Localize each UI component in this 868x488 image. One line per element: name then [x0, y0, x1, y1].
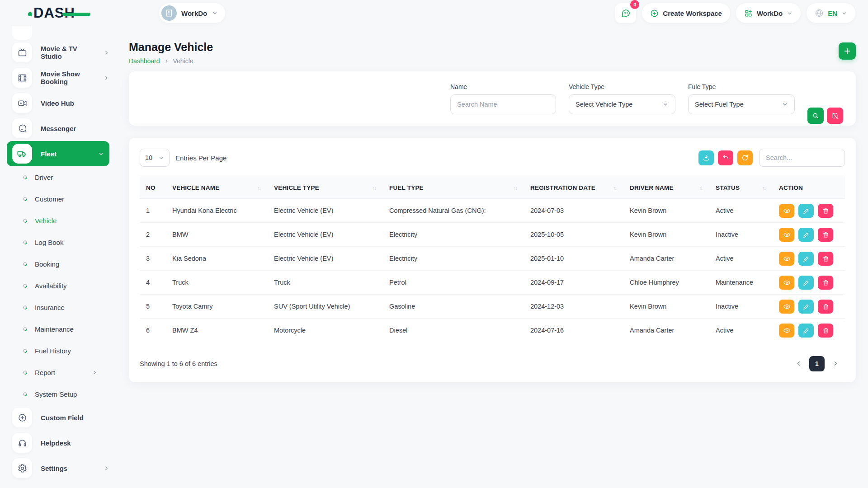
messages-badge: 0	[630, 0, 639, 9]
undo-button[interactable]	[718, 150, 733, 165]
language-selector[interactable]: EN	[807, 3, 855, 23]
header-status[interactable]: STATUS↑↓	[710, 177, 774, 199]
header-registration-date[interactable]: REGISTRATION DATE↑↓	[525, 177, 624, 199]
reset-filter-button[interactable]	[827, 108, 843, 124]
sidebar-item-log-book[interactable]: Log Book	[7, 231, 116, 253]
fuel-type-select[interactable]: Select Fuel Type	[688, 94, 795, 114]
edit-button[interactable]	[798, 300, 814, 314]
header-vehicle-type[interactable]: VEHICLE TYPE↑↓	[269, 177, 384, 199]
delete-button[interactable]	[818, 204, 833, 218]
edit-button[interactable]	[798, 252, 814, 266]
cell-action	[774, 199, 845, 223]
messages-button[interactable]: 0	[615, 3, 636, 23]
chevron-down-icon	[787, 10, 793, 16]
sidebar-item-partial[interactable]	[12, 26, 32, 40]
edit-button[interactable]	[798, 276, 814, 290]
sidebar-item-settings[interactable]: Settings	[7, 455, 116, 481]
view-button[interactable]	[779, 324, 794, 338]
sort-icon[interactable]: ↑↓	[373, 185, 378, 191]
delete-button[interactable]	[818, 228, 833, 242]
chevron-down-icon	[212, 10, 218, 16]
cell-registration-date: 2025-10-05	[525, 223, 624, 247]
sidebar-item-fleet[interactable]: Fleet	[7, 141, 109, 166]
sidebar-item-movie-show-booking[interactable]: Movie Show Booking	[7, 65, 116, 90]
app-switcher-button[interactable]: WorkDo	[736, 3, 801, 23]
delete-button[interactable]	[818, 300, 833, 314]
add-vehicle-button[interactable]	[839, 42, 856, 60]
sidebar-item-vehicle[interactable]: Vehicle	[7, 210, 116, 231]
header-driver-name[interactable]: DRIVER NAME↑↓	[624, 177, 710, 199]
sidebar-item-helpdesk[interactable]: Helpdesk	[7, 430, 116, 455]
cell-vehicle-name: Kia Sedona	[167, 247, 269, 271]
bullet-icon	[22, 348, 28, 354]
previous-page-button[interactable]	[792, 357, 805, 371]
edit-button[interactable]	[798, 228, 814, 242]
name-filter-input[interactable]	[450, 94, 556, 114]
export-button[interactable]	[698, 150, 714, 165]
view-button[interactable]	[779, 204, 794, 218]
create-workspace-button[interactable]: Create Workspace	[642, 3, 730, 23]
vehicle-type-select[interactable]: Select Vehicle Type	[569, 94, 675, 114]
header-no[interactable]: NO	[140, 177, 167, 199]
breadcrumb-dashboard-link[interactable]: Dashboard	[129, 57, 160, 65]
sidebar-item-video-hub[interactable]: Video Hub	[7, 90, 116, 116]
view-button[interactable]	[779, 300, 794, 314]
bullet-icon	[22, 239, 28, 245]
sidebar-item-booking[interactable]: Booking	[7, 253, 116, 275]
cell-no: 5	[140, 295, 167, 319]
refresh-button[interactable]	[737, 150, 753, 165]
sidebar-item-driver[interactable]: Driver	[7, 166, 116, 188]
apply-filter-button[interactable]	[807, 108, 824, 124]
table-row: 6 BMW Z4 Motorcycle Diesel 2024-07-16 Am…	[140, 319, 845, 343]
page-number-button[interactable]: 1	[809, 356, 825, 371]
view-button[interactable]	[779, 276, 794, 290]
cell-action	[774, 247, 845, 271]
next-page-button[interactable]	[829, 357, 842, 371]
brand-logo[interactable]: DASH	[28, 5, 75, 21]
workspace-selector[interactable]: WorkDo	[159, 3, 225, 23]
sidebar-item-label: Movie & TV Studio	[41, 45, 95, 60]
view-button[interactable]	[779, 252, 794, 266]
view-button[interactable]	[779, 228, 794, 242]
sidebar-item-insurance[interactable]: Insurance	[7, 296, 116, 318]
cell-driver-name: Amanda Carter	[624, 319, 710, 343]
entries-per-page-select[interactable]: 10	[140, 149, 170, 167]
delete-button[interactable]	[818, 324, 833, 338]
edit-button[interactable]	[798, 204, 814, 218]
table-row: 2 BMW Electric Vehicle (EV) Electricity …	[140, 223, 845, 247]
filter-name-group: Name	[450, 83, 556, 114]
vehicle-type-select-value: Select Vehicle Type	[576, 101, 632, 108]
sidebar-item-maintenance[interactable]: Maintenance	[7, 318, 116, 340]
sort-icon[interactable]: ↑↓	[257, 185, 263, 191]
filter-fuel-type-group: Fule Type Select Fuel Type	[688, 83, 795, 114]
sort-icon[interactable]: ↑↓	[514, 185, 519, 191]
trash-icon	[822, 303, 829, 310]
sidebar-item-system-setup[interactable]: System Setup	[7, 383, 116, 405]
delete-button[interactable]	[818, 276, 833, 290]
sidebar-item-movie-tv-studio[interactable]: Movie & TV Studio	[7, 40, 116, 65]
cell-fuel-type: Gasoline	[384, 295, 525, 319]
refresh-icon	[741, 154, 749, 161]
chat-bubble-icon	[12, 118, 32, 138]
sidebar-item-fuel-history[interactable]: Fuel History	[7, 340, 116, 361]
chevron-down-icon	[98, 151, 104, 157]
sidebar-subitem-label: Maintenance	[35, 325, 116, 333]
sidebar-item-availability[interactable]: Availability	[7, 275, 116, 296]
table-search-input[interactable]	[759, 149, 845, 167]
sidebar-subitem-label: Booking	[35, 260, 116, 268]
header-vehicle-name[interactable]: VEHICLE NAME↑↓	[167, 177, 269, 199]
edit-button[interactable]	[798, 324, 814, 338]
trash-icon	[822, 255, 829, 262]
sort-icon[interactable]: ↑↓	[699, 185, 705, 191]
table-row: 5 Toyota Camry SUV (Sport Utility Vehicl…	[140, 295, 845, 319]
sidebar-item-messenger[interactable]: Messenger	[7, 116, 116, 141]
sidebar-item-custom-field[interactable]: Custom Field	[7, 405, 116, 430]
sidebar-item-customer[interactable]: Customer	[7, 188, 116, 210]
sidebar-item-report[interactable]: Report	[7, 361, 116, 383]
sidebar-item-label: Video Hub	[41, 99, 109, 107]
header-fuel-type[interactable]: FUEL TYPE↑↓	[384, 177, 525, 199]
delete-button[interactable]	[818, 252, 833, 266]
sort-icon[interactable]: ↑↓	[613, 185, 619, 191]
sort-icon[interactable]: ↑↓	[762, 185, 768, 191]
chevron-right-icon	[104, 75, 109, 81]
